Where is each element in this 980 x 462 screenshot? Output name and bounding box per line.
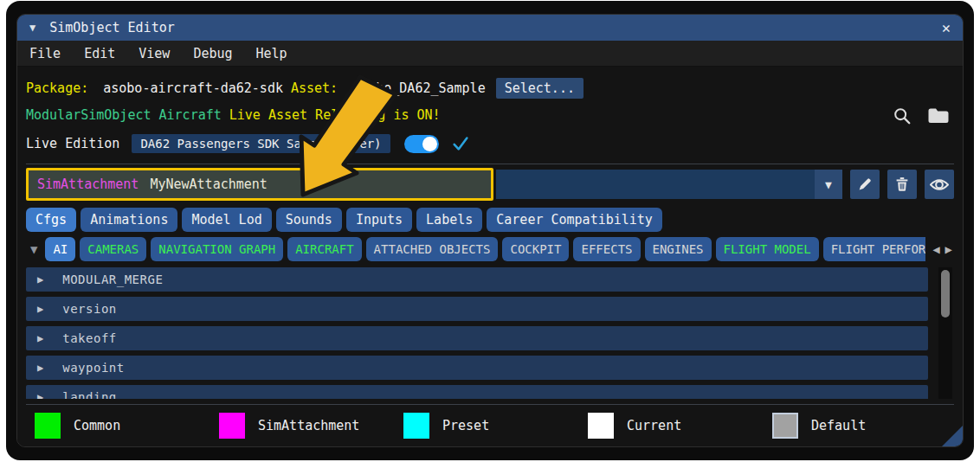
category-tab-engines[interactable]: ENGINES xyxy=(645,237,712,261)
expand-icon[interactable]: ▶ xyxy=(37,391,43,399)
trash-icon xyxy=(894,176,910,192)
attachment-row: SimAttachment MyNewAttachment ▼ xyxy=(26,168,954,201)
section-label: MODULAR_MERGE xyxy=(62,273,163,286)
legend-item-current: Current xyxy=(588,413,772,439)
tab-inputs[interactable]: Inputs xyxy=(346,208,412,232)
section-label: version xyxy=(62,302,117,316)
default-color-swatch xyxy=(772,413,798,439)
menu-help[interactable]: Help xyxy=(256,46,287,61)
chevron-down-icon: ▼ xyxy=(825,178,832,191)
attachment-selected-field[interactable]: SimAttachment MyNewAttachment xyxy=(26,168,493,201)
section-label: landing xyxy=(62,390,117,399)
tab-animations[interactable]: Animations xyxy=(81,208,177,232)
category-tab-aircraft[interactable]: AIRCRAFT xyxy=(287,237,361,261)
delete-attachment-button[interactable] xyxy=(887,170,917,199)
scrollbar-track[interactable] xyxy=(938,267,952,399)
expand-icon[interactable]: ▶ xyxy=(37,273,43,286)
legend-label: Preset xyxy=(442,418,489,433)
section-row-waypoint[interactable]: ▶ waypoint xyxy=(26,356,928,380)
package-row: Package: asobo-aircraft-da62-sdk Asset: … xyxy=(26,77,954,99)
legend-label: Current xyxy=(627,418,681,433)
category-tabs-strip: AI CAMERAS NAVIGATION GRAPH AIRCRAFT ATT… xyxy=(45,237,925,261)
simobject-editor-window: ▼ SimObject Editor ✕ File Edit View Debu… xyxy=(16,14,964,447)
close-icon[interactable]: ✕ xyxy=(942,21,951,35)
category-tab-flight-performance[interactable]: FLIGHT PERFORMANC xyxy=(823,237,925,261)
package-label: Package: xyxy=(26,80,88,96)
preset-color-swatch xyxy=(403,413,429,439)
legend-item-default: Default xyxy=(772,413,957,439)
attachment-name-value: MyNewAttachment xyxy=(150,176,267,192)
category-tab-flight-model[interactable]: FLIGHT MODEL xyxy=(716,237,819,261)
section-label: waypoint xyxy=(62,361,124,375)
section-row-modular-merge[interactable]: ▶ MODULAR_MERGE xyxy=(26,267,928,292)
corner-icon-group xyxy=(893,106,949,125)
main-panel: Package: asobo-aircraft-da62-sdk Asset: … xyxy=(17,67,963,446)
attachment-dropdown-button[interactable]: ▼ xyxy=(815,170,842,199)
current-color-swatch xyxy=(588,413,614,439)
legend-label: Default xyxy=(811,418,866,433)
search-icon[interactable] xyxy=(893,106,912,125)
valid-check-icon xyxy=(451,134,470,153)
collapse-all-icon[interactable]: ▼ xyxy=(30,242,37,256)
tab-career-compatibility[interactable]: Career Compatibility xyxy=(487,208,662,232)
category-tab-ai[interactable]: AI xyxy=(45,237,75,261)
legend-item-preset: Preset xyxy=(403,413,588,439)
section-label: takeoff xyxy=(62,331,117,345)
menu-file[interactable]: File xyxy=(29,46,61,61)
folder-icon[interactable] xyxy=(927,107,949,125)
scroll-left-icon[interactable]: ◀ xyxy=(932,242,939,256)
expand-icon[interactable]: ▶ xyxy=(37,332,43,344)
pencil-icon xyxy=(857,176,873,192)
file-tabs-row: Cfgs Animations Model Lod Sounds Inputs … xyxy=(26,208,954,232)
tab-model-lod[interactable]: Model Lod xyxy=(182,208,271,232)
select-asset-button[interactable]: Select... xyxy=(496,78,583,99)
tab-labels[interactable]: Labels xyxy=(416,208,482,232)
edit-attachment-button[interactable] xyxy=(850,170,880,199)
config-sections-list: ▶ MODULAR_MERGE ▶ version ▶ takeoff ▶ wa… xyxy=(26,267,954,399)
live-edition-row: Live Edition DA62 Passengers SDK Sample … xyxy=(26,132,954,155)
simattachment-color-swatch xyxy=(219,413,245,439)
attachment-field-extension[interactable] xyxy=(496,170,815,199)
tab-cfgs[interactable]: Cfgs xyxy=(26,208,76,232)
section-row-version[interactable]: ▶ version xyxy=(26,297,928,321)
object-type-text: ModularSimObject Aircraft xyxy=(26,107,222,123)
expand-icon[interactable]: ▶ xyxy=(37,303,43,315)
eye-icon xyxy=(930,178,949,191)
separator-line xyxy=(26,164,954,164)
menu-bar: File Edit View Debug Help xyxy=(17,41,963,67)
attachment-type-label: SimAttachment xyxy=(37,176,139,192)
live-edition-label: Live Edition xyxy=(26,136,119,151)
expand-icon[interactable]: ▶ xyxy=(37,362,43,374)
section-row-landing[interactable]: ▶ landing xyxy=(26,385,928,399)
legend-item-simattachment: SimAttachment xyxy=(219,413,403,439)
category-tab-cameras[interactable]: CAMERAS xyxy=(80,237,146,261)
asset-value: Asobo_DA62_Sample xyxy=(352,80,486,96)
legend-label: SimAttachment xyxy=(258,418,359,433)
section-row-takeoff[interactable]: ▶ takeoff xyxy=(26,326,928,350)
live-edition-field[interactable]: DA62 Passengers SDK Sample (User) xyxy=(132,134,390,153)
menu-debug[interactable]: Debug xyxy=(193,46,232,61)
tab-sounds[interactable]: Sounds xyxy=(276,208,342,232)
asset-label: Asset: xyxy=(291,80,338,96)
category-tab-attached-objects[interactable]: ATTACHED OBJECTS xyxy=(366,237,499,261)
color-legend: Common SimAttachment Preset Current Defa… xyxy=(26,404,954,446)
package-value: asobo-aircraft-da62-sdk xyxy=(103,80,283,96)
category-tab-navigation-graph[interactable]: NAVIGATION GRAPH xyxy=(151,237,283,261)
live-edition-toggle[interactable] xyxy=(404,135,439,153)
scrollbar-thumb[interactable] xyxy=(941,270,950,318)
scroll-right-icon[interactable]: ▶ xyxy=(945,242,952,256)
common-color-swatch xyxy=(35,413,61,439)
status-row: ModularSimObject Aircraft Live Asset Rel… xyxy=(26,105,954,125)
window-title: SimObject Editor xyxy=(49,20,175,35)
menu-view[interactable]: View xyxy=(139,46,170,61)
window-collapse-icon[interactable]: ▼ xyxy=(29,22,35,34)
category-tab-effects[interactable]: EFFECTS xyxy=(573,237,640,261)
category-tab-cockpit[interactable]: COCKPIT xyxy=(502,237,569,261)
visibility-button[interactable] xyxy=(925,170,954,199)
title-bar: ▼ SimObject Editor ✕ xyxy=(17,15,963,41)
legend-label: Common xyxy=(74,418,120,433)
category-tabs-row: ▼ AI CAMERAS NAVIGATION GRAPH AIRCRAFT A… xyxy=(26,237,954,261)
legend-item-common: Common xyxy=(35,413,219,439)
resize-grip[interactable] xyxy=(942,426,963,446)
menu-edit[interactable]: Edit xyxy=(84,46,115,61)
